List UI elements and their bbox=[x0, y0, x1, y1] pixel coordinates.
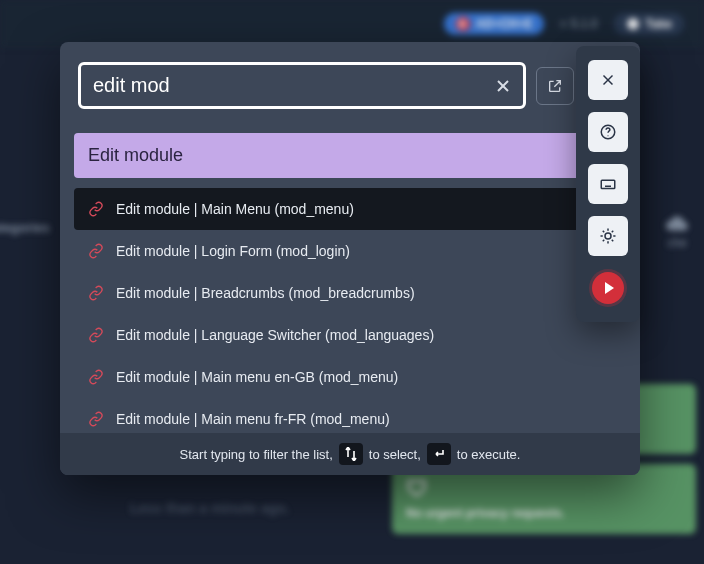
search-input[interactable] bbox=[93, 74, 487, 97]
link-icon bbox=[88, 201, 104, 217]
link-icon bbox=[88, 411, 104, 427]
link-icon bbox=[88, 369, 104, 385]
shortcut-badge: AD+CH+E bbox=[444, 13, 545, 35]
svg-point-14 bbox=[605, 233, 611, 239]
keyboard-icon bbox=[599, 175, 617, 193]
link-icon bbox=[88, 243, 104, 259]
hint-pre: Start typing to filter the list, bbox=[180, 447, 333, 462]
side-toolbar bbox=[576, 46, 640, 322]
result-item[interactable]: Edit module | Main menu en-GB (mod_menu) bbox=[74, 356, 626, 398]
link-icon bbox=[88, 285, 104, 301]
result-label: Edit module | Login Form (mod_login) bbox=[116, 243, 350, 259]
close-icon bbox=[599, 71, 617, 89]
external-link-icon bbox=[547, 78, 563, 94]
version-label: ⌗ 5.1.0 bbox=[560, 17, 597, 31]
sun-icon bbox=[599, 227, 617, 245]
svg-point-1 bbox=[627, 18, 639, 30]
hint-post: to execute. bbox=[457, 447, 521, 462]
clear-icon[interactable] bbox=[495, 78, 511, 94]
result-label: Edit module | Main menu en-GB (mod_menu) bbox=[116, 369, 398, 385]
result-label: Edit module | Main menu fr-FR (mod_menu) bbox=[116, 411, 390, 427]
result-label: Edit module | Language Switcher (mod_lan… bbox=[116, 327, 434, 343]
command-palette: Edit module Edit module | Main Menu (mod… bbox=[60, 42, 640, 475]
svg-line-21 bbox=[612, 231, 614, 233]
cache-fragment: che bbox=[664, 215, 690, 250]
svg-line-19 bbox=[603, 231, 605, 233]
shield-icon: 🛡 bbox=[406, 478, 682, 500]
open-external-button[interactable] bbox=[536, 67, 574, 105]
user-pill: Take bbox=[614, 13, 684, 35]
close-button[interactable] bbox=[588, 60, 628, 100]
user-label: Take bbox=[646, 17, 672, 31]
link-icon bbox=[88, 327, 104, 343]
cloud-icon bbox=[664, 215, 690, 233]
topbar: AD+CH+E ⌗ 5.1.0 Take bbox=[0, 0, 704, 48]
help-icon bbox=[599, 123, 617, 141]
results-header[interactable]: Edit module bbox=[74, 133, 626, 178]
result-item[interactable]: Edit module | Breadcrumbs (mod_breadcrum… bbox=[74, 272, 626, 314]
recent-text: Less than a minute ago. bbox=[130, 500, 289, 516]
record-dot-icon bbox=[456, 17, 470, 31]
results-list[interactable]: Edit module Edit module | Main Menu (mod… bbox=[60, 125, 640, 433]
help-button[interactable] bbox=[588, 112, 628, 152]
record-icon bbox=[592, 272, 624, 304]
card-text: No urgent privacy requests. bbox=[406, 506, 682, 520]
hint-bar: Start typing to filter the list, to sele… bbox=[60, 433, 640, 475]
hint-mid: to select, bbox=[369, 447, 421, 462]
result-label: Edit module | Main Menu (mod_menu) bbox=[116, 201, 354, 217]
enter-key-icon bbox=[427, 443, 451, 465]
result-label: Edit module | Breadcrumbs (mod_breadcrum… bbox=[116, 285, 415, 301]
sidebar-fragment: ategories bbox=[0, 220, 50, 235]
result-item[interactable]: Edit module | Language Switcher (mod_lan… bbox=[74, 314, 626, 356]
svg-marker-0 bbox=[460, 20, 467, 28]
user-icon bbox=[626, 17, 640, 31]
svg-rect-9 bbox=[601, 180, 615, 188]
result-item[interactable]: Edit module | Main menu fr-FR (mod_menu) bbox=[74, 398, 626, 433]
search-row bbox=[60, 62, 640, 125]
keyboard-button[interactable] bbox=[588, 164, 628, 204]
updown-key-icon bbox=[339, 443, 363, 465]
svg-point-8 bbox=[607, 135, 608, 136]
brightness-button[interactable] bbox=[588, 216, 628, 256]
result-item[interactable]: Edit module | Main Menu (mod_menu) bbox=[74, 188, 626, 230]
result-item[interactable]: Edit module | Login Form (mod_login) bbox=[74, 230, 626, 272]
search-box[interactable] bbox=[78, 62, 526, 109]
svg-line-20 bbox=[612, 240, 614, 242]
svg-line-22 bbox=[603, 240, 605, 242]
shortcut-badge-label: AD+CH+E bbox=[476, 17, 533, 31]
record-button[interactable] bbox=[588, 268, 628, 308]
